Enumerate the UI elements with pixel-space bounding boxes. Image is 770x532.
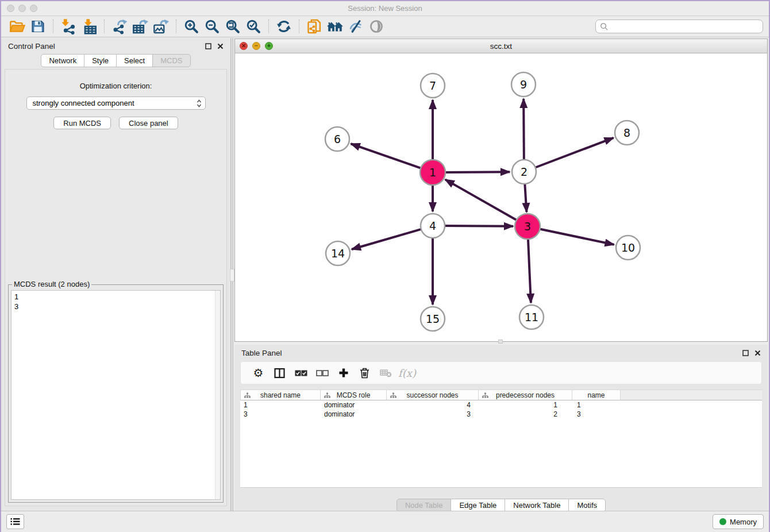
zoom-out-button[interactable]	[202, 17, 222, 36]
graph-node-2[interactable]: 2	[512, 160, 536, 184]
graph-edge-3-11[interactable]	[528, 237, 531, 303]
graph-edge-2-3[interactable]	[525, 183, 526, 212]
graph-node-1[interactable]: 1	[420, 160, 445, 185]
tab-node-table[interactable]: Node Table	[396, 499, 452, 512]
slashed-eye-icon	[348, 18, 364, 34]
main-area: Control Panel NetworkStyleSelectMCDS Opt…	[1, 38, 769, 511]
mcds-result-text[interactable]: 13	[11, 290, 221, 500]
table-cell[interactable]: dominator	[321, 410, 387, 419]
control-panel: Control Panel NetworkStyleSelectMCDS Opt…	[1, 38, 230, 511]
close-panel-button[interactable]: Close panel	[119, 117, 178, 129]
tab-network[interactable]: Network	[41, 54, 84, 67]
graph-node-7[interactable]: 7	[421, 74, 445, 98]
table-cell[interactable]: 2	[479, 410, 572, 419]
graph-node-6[interactable]: 6	[325, 127, 349, 151]
hide-visuals-button[interactable]	[345, 17, 366, 36]
network-minimize-button[interactable]: −	[252, 42, 260, 50]
graph-edge-3-10[interactable]	[538, 229, 614, 245]
tab-network-table[interactable]: Network Table	[505, 499, 569, 512]
graph-node-11[interactable]: 11	[519, 305, 544, 329]
close-table-panel-icon[interactable]	[754, 350, 761, 356]
graph-edge-1-6[interactable]	[351, 144, 422, 168]
search-box[interactable]	[595, 20, 763, 33]
table-cell[interactable]: dominator	[321, 400, 387, 410]
select-stepper-icon	[197, 99, 202, 107]
export-table-button[interactable]	[130, 17, 151, 36]
save-session-button[interactable]	[28, 17, 48, 36]
memory-button[interactable]: Memory	[713, 514, 764, 529]
show-visuals-button[interactable]	[366, 17, 387, 36]
graph-node-4[interactable]: 4	[421, 214, 445, 238]
zoom-in-button[interactable]	[181, 17, 202, 36]
import-table-button[interactable]	[79, 17, 99, 36]
float-panel-icon[interactable]	[205, 43, 211, 49]
log-console-button[interactable]	[6, 514, 24, 529]
tab-mcds[interactable]: MCDS	[152, 54, 190, 67]
network-resize-grip[interactable]	[498, 340, 503, 344]
table-cell[interactable]: 1	[240, 400, 321, 410]
graph-node-10[interactable]: 10	[616, 236, 640, 260]
table-cell[interactable]: 3	[572, 410, 621, 419]
search-input[interactable]	[609, 22, 759, 31]
add-column-button[interactable]	[333, 368, 354, 378]
deselect-all-columns-button[interactable]	[311, 370, 333, 376]
export-network-button[interactable]	[109, 17, 130, 36]
criterion-select[interactable]: strongly connected component	[26, 97, 206, 110]
tab-style[interactable]: Style	[84, 54, 117, 67]
tab-edge-table[interactable]: Edge Table	[451, 499, 505, 512]
result-scrollbar[interactable]	[215, 291, 220, 499]
run-mcds-button[interactable]: Run MCDS	[53, 117, 111, 129]
table-tabs: Node TableEdge TableNetwork TableMotifs	[234, 499, 768, 512]
delete-column-button[interactable]	[354, 368, 375, 379]
network-close-button[interactable]: ✕	[240, 42, 248, 50]
zoom-selected-button[interactable]	[243, 17, 264, 36]
column-header-successor-nodes[interactable]: successor nodes	[387, 390, 479, 400]
select-all-columns-button[interactable]	[290, 370, 311, 376]
graph-node-14[interactable]: 14	[326, 241, 350, 265]
import-network-icon	[60, 18, 76, 34]
result-line: 1	[14, 292, 217, 302]
table-cell[interactable]: 3	[387, 410, 479, 419]
column-header-predecessor-nodes[interactable]: predecessor nodes	[479, 390, 572, 400]
graph-node-9[interactable]: 9	[511, 72, 536, 97]
tab-select[interactable]: Select	[116, 54, 153, 67]
table-cell[interactable]: 1	[479, 400, 572, 410]
graph-edge-4-14[interactable]	[352, 229, 422, 249]
graph-edge-2-9[interactable]	[523, 99, 524, 161]
table-cell[interactable]: 4	[387, 400, 479, 410]
graph-edge-4-3[interactable]	[444, 226, 513, 226]
network-canvas[interactable]: 7968124314101511	[235, 53, 767, 341]
network-maximize-button[interactable]: +	[265, 42, 273, 50]
graph-node-3[interactable]: 3	[515, 214, 540, 239]
graph-node-8[interactable]: 8	[615, 121, 639, 145]
column-header-shared-name[interactable]: shared name	[240, 390, 321, 400]
homes-button[interactable]	[325, 17, 345, 36]
result-line: 3	[14, 302, 217, 311]
table-cell[interactable]: 1	[572, 400, 621, 410]
header-filler	[621, 390, 762, 400]
graph-edge-2-8[interactable]	[534, 138, 614, 168]
graph-edge-3-1[interactable]	[445, 179, 518, 221]
table-row[interactable]: 3dominator323	[240, 410, 762, 419]
import-network-button[interactable]	[58, 17, 79, 36]
save-icon	[30, 19, 45, 34]
export-image-button[interactable]	[151, 17, 171, 36]
refresh-layout-button[interactable]	[274, 17, 294, 36]
duplicate-network-button[interactable]	[304, 17, 325, 36]
close-panel-icon[interactable]	[217, 43, 224, 49]
zoom-fit-button[interactable]	[222, 17, 243, 36]
table-row[interactable]: 1dominator411	[240, 400, 762, 410]
show-columns-button[interactable]	[269, 368, 290, 379]
graph-edge-1-2[interactable]	[444, 172, 510, 172]
table-options-button[interactable]: ⚙	[248, 367, 269, 379]
column-header-name[interactable]: name	[572, 390, 621, 400]
graph-node-15[interactable]: 15	[421, 307, 445, 331]
network-window-titlebar[interactable]: ✕ − + scc.txt	[235, 39, 767, 53]
tab-motifs[interactable]: Motifs	[568, 499, 606, 512]
table-cell[interactable]: 3	[240, 410, 321, 419]
splitter-grip[interactable]	[230, 269, 234, 282]
open-session-button[interactable]	[7, 17, 28, 36]
column-header-MCDS-role[interactable]: MCDS role	[321, 390, 387, 400]
float-table-panel-icon[interactable]	[742, 350, 749, 356]
panel-splitter[interactable]	[230, 38, 233, 511]
